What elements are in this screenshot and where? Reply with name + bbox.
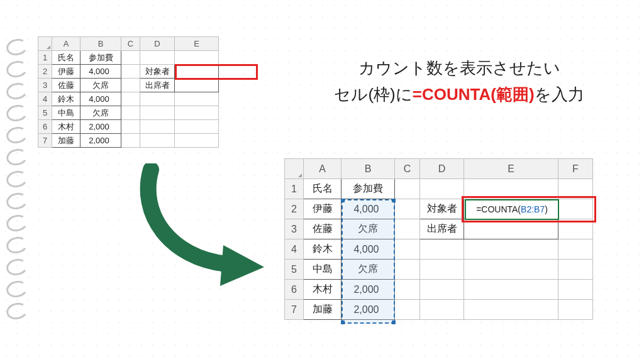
cell-E6[interactable] [464,280,558,300]
cell-A7[interactable]: 加藤 [304,300,341,320]
cell-E4[interactable] [464,239,558,260]
cell-C2[interactable] [395,199,420,219]
cell-F2[interactable] [558,199,593,219]
cell-A4[interactable]: 鈴木 [52,92,80,106]
cell-B2[interactable]: 4,000 [341,199,395,219]
cell-F4[interactable] [558,239,593,260]
cell-C6[interactable] [121,120,140,134]
cell-A5[interactable]: 中島 [304,260,341,280]
row-header-5[interactable]: 5 [38,106,52,120]
cell-E2-formula[interactable]: =COUNTA(B2:B7) [464,199,558,219]
cell-D2[interactable]: 対象者 [420,199,464,219]
row-header-1[interactable]: 1 [38,51,52,65]
cell-C7[interactable] [395,300,420,320]
cell-A4[interactable]: 鈴木 [304,239,341,260]
cell-D2[interactable]: 対象者 [140,65,175,79]
cell-B2[interactable]: 4,000 [80,65,121,79]
cell-E3[interactable] [464,219,558,239]
cell-B6[interactable]: 2,000 [80,120,121,134]
cell-E6[interactable] [175,120,219,134]
row-header-3[interactable]: 3 [38,79,52,92]
cell-F3[interactable] [558,219,593,239]
cell-F6[interactable] [558,280,593,300]
cell-D1[interactable] [420,179,464,199]
cell-C4[interactable] [395,239,420,260]
cell-D3[interactable]: 出席者 [140,79,175,92]
col-header-B[interactable]: B [80,37,121,51]
cell-A5[interactable]: 中島 [52,106,80,120]
cell-B7[interactable]: 2,000 [80,134,121,148]
cell-E5[interactable] [464,260,558,280]
cell-B4[interactable]: 4,000 [80,92,121,106]
cell-F5[interactable] [558,260,593,280]
cell-D4[interactable] [420,239,464,260]
cell-E2[interactable] [175,65,219,79]
row-header-1[interactable]: 1 [285,179,304,199]
cell-D5[interactable] [420,260,464,280]
row-header-4[interactable]: 4 [38,92,52,106]
row-header-5[interactable]: 5 [285,260,304,280]
cell-C2[interactable] [121,65,140,79]
cell-B3[interactable]: 欠席 [341,219,395,239]
cell-A6[interactable]: 木村 [304,280,341,300]
select-all-corner[interactable] [285,159,304,179]
cell-A2[interactable]: 伊藤 [52,65,80,79]
cell-A1[interactable]: 氏名 [304,179,341,199]
col-header-E[interactable]: E [175,37,219,51]
cell-C3[interactable] [395,219,420,239]
row-header-4[interactable]: 4 [285,239,304,260]
select-all-corner[interactable] [38,37,52,51]
cell-E1[interactable] [175,51,219,65]
cell-C4[interactable] [121,92,140,106]
cell-C7[interactable] [121,134,140,148]
cell-B1[interactable]: 参加費 [80,51,121,65]
cell-A1[interactable]: 氏名 [52,51,80,65]
row-header-2[interactable]: 2 [38,65,52,79]
col-header-D[interactable]: D [420,159,464,179]
cell-D7[interactable] [420,300,464,320]
cell-A3[interactable]: 佐藤 [304,219,341,239]
cell-E3[interactable] [175,79,219,92]
col-header-B[interactable]: B [341,159,395,179]
cell-A6[interactable]: 木村 [52,120,80,134]
cell-F7[interactable] [558,300,593,320]
cell-E7[interactable] [464,300,558,320]
cell-C6[interactable] [395,280,420,300]
cell-A3[interactable]: 佐藤 [52,79,80,92]
cell-D6[interactable] [140,120,175,134]
cell-A7[interactable]: 加藤 [52,134,80,148]
row-header-2[interactable]: 2 [285,199,304,219]
cell-D5[interactable] [140,106,175,120]
cell-B6[interactable]: 2,000 [341,280,395,300]
cell-B1[interactable]: 参加費 [341,179,395,199]
cell-E5[interactable] [175,106,219,120]
cell-E4[interactable] [175,92,219,106]
col-header-C[interactable]: C [395,159,420,179]
row-header-3[interactable]: 3 [285,219,304,239]
col-header-F[interactable]: F [558,159,593,179]
grid-before[interactable]: A B C D E 1 氏名 参加費 2 伊藤 4,000 対象者 3 佐藤 欠… [38,36,219,148]
row-header-7[interactable]: 7 [285,300,304,320]
cell-D3[interactable]: 出席者 [420,219,464,239]
row-header-7[interactable]: 7 [38,134,52,148]
cell-D7[interactable] [140,134,175,148]
cell-C5[interactable] [395,260,420,280]
cell-F1[interactable] [558,179,593,199]
row-header-6[interactable]: 6 [38,120,52,134]
col-header-A[interactable]: A [52,37,80,51]
row-header-6[interactable]: 6 [285,280,304,300]
cell-D6[interactable] [420,280,464,300]
col-header-C[interactable]: C [121,37,140,51]
col-header-A[interactable]: A [304,159,341,179]
cell-E1[interactable] [464,179,558,199]
cell-C5[interactable] [121,106,140,120]
cell-B4[interactable]: 4,000 [341,239,395,260]
cell-A2[interactable]: 伊藤 [304,199,341,219]
cell-B7[interactable]: 2,000 [341,300,395,320]
col-header-D[interactable]: D [140,37,175,51]
cell-B5[interactable]: 欠席 [80,106,121,120]
cell-C3[interactable] [121,79,140,92]
grid-after[interactable]: A B C D E F 1 氏名 参加費 2 伊藤 4,000 対象者 =COU… [284,158,593,320]
cell-C1[interactable] [121,51,140,65]
cell-E7[interactable] [175,134,219,148]
